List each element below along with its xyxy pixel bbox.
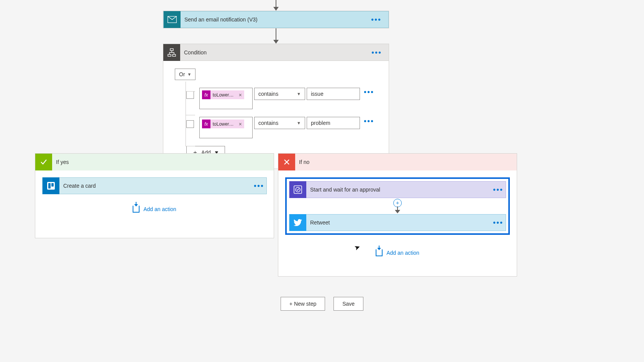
condition-operator-select[interactable]: contains ▼ — [254, 88, 305, 100]
create-card-action[interactable]: Create a card ••• — [42, 177, 267, 194]
condition-row: fx toLower(... × contains ▼ problem ••• — [186, 117, 377, 138]
flow-arrow — [271, 0, 281, 11]
svg-rect-2 — [168, 54, 171, 56]
insert-step: ＋ — [289, 198, 506, 214]
card-menu[interactable]: ••• — [369, 51, 384, 54]
trello-icon — [43, 177, 59, 194]
condition-left-value[interactable]: fx toLower(... × — [199, 117, 253, 138]
flow-arrow — [271, 28, 281, 44]
action-title: Start and wait for an approval — [306, 187, 491, 193]
row-checkbox[interactable] — [186, 91, 194, 99]
card-menu[interactable]: ••• — [491, 188, 506, 192]
mail-icon — [164, 11, 181, 28]
add-action-label: Add an action — [386, 250, 419, 256]
branch-header[interactable]: If yes — [35, 154, 274, 170]
condition-title: Condition — [180, 49, 369, 56]
operator-label: contains — [258, 120, 278, 126]
condition-header[interactable]: Condition ••• — [163, 44, 389, 61]
row-menu[interactable]: ••• — [361, 119, 376, 123]
branch-title: If yes — [52, 159, 69, 165]
value-text: issue — [311, 91, 324, 97]
add-action-icon — [376, 249, 383, 256]
fx-icon: fx — [202, 90, 210, 99]
group-operator-label: Or — [179, 71, 185, 77]
chevron-down-icon: ▼ — [187, 72, 192, 77]
svg-rect-5 — [48, 183, 51, 188]
card-menu[interactable]: ••• — [369, 18, 384, 21]
remove-token[interactable]: × — [237, 92, 244, 98]
approval-icon — [289, 181, 306, 198]
svg-rect-1 — [170, 49, 173, 51]
add-action-icon — [133, 206, 140, 213]
if-no-branch: If no Start and wait for an approval •••… — [278, 153, 517, 277]
check-icon — [35, 154, 52, 170]
retweet-action[interactable]: Retweet ••• — [289, 214, 506, 231]
condition-row: fx toLower(... × contains ▼ issue ••• — [186, 88, 377, 109]
flow-canvas: Send an email notification (V3) ••• Cond… — [0, 0, 644, 362]
action-title: Create a card — [59, 183, 251, 189]
fx-expression: toLower(... — [210, 92, 237, 98]
approval-action[interactable]: Start and wait for an approval ••• — [289, 181, 506, 198]
row-checkbox[interactable] — [186, 120, 194, 128]
svg-rect-6 — [51, 183, 54, 187]
branch-header[interactable]: If no — [278, 154, 517, 170]
add-action-yes[interactable]: Add an action — [42, 206, 267, 213]
operator-label: contains — [258, 91, 278, 97]
insert-step-button[interactable]: ＋ — [393, 199, 402, 207]
condition-card: Condition ••• Or ▼ fx toLower(... — [163, 44, 389, 169]
new-step-button[interactable]: + New step — [281, 297, 325, 311]
svg-rect-3 — [172, 54, 176, 56]
card-menu[interactable]: ••• — [251, 184, 266, 188]
condition-left-value[interactable]: fx toLower(... × — [199, 88, 253, 109]
value-text: problem — [311, 120, 330, 126]
group-operator-select[interactable]: Or ▼ — [175, 69, 196, 80]
tree-line — [186, 146, 195, 146]
row-menu[interactable]: ••• — [361, 90, 376, 94]
flow-footer: + New step Save — [0, 297, 644, 311]
chevron-down-icon: ▼ — [297, 92, 301, 96]
chevron-down-icon: ▼ — [297, 121, 301, 125]
card-menu[interactable]: ••• — [491, 221, 506, 224]
fx-icon: fx — [202, 120, 210, 128]
branch-title: If no — [295, 159, 309, 165]
add-action-label: Add an action — [143, 206, 176, 212]
close-icon — [278, 154, 295, 170]
email-card-title: Send an email notification (V3) — [181, 16, 369, 23]
if-yes-branch: If yes Create a card ••• Add an action — [35, 153, 274, 238]
fx-expression: toLower(... — [210, 121, 237, 127]
action-title: Retweet — [306, 219, 491, 226]
condition-icon — [163, 44, 180, 61]
condition-operator-select[interactable]: contains ▼ — [254, 117, 305, 129]
selected-group: Start and wait for an approval ••• ＋ Ret… — [285, 177, 510, 235]
tree-line — [186, 115, 195, 115]
tree-line — [186, 91, 195, 92]
add-action-no[interactable]: Add an action — [285, 249, 510, 256]
condition-right-value[interactable]: problem — [307, 117, 360, 129]
twitter-icon — [289, 214, 306, 231]
save-button[interactable]: Save — [334, 297, 363, 311]
email-card[interactable]: Send an email notification (V3) ••• — [163, 11, 389, 28]
remove-token[interactable]: × — [237, 121, 244, 127]
condition-right-value[interactable]: issue — [307, 88, 360, 100]
